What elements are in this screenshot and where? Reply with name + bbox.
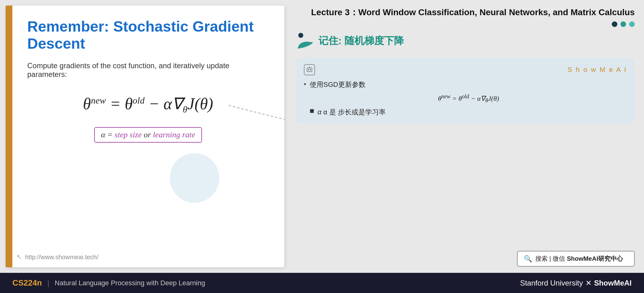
bullet-square bbox=[310, 109, 314, 113]
svg-rect-3 bbox=[307, 68, 312, 72]
note-body: • 使用SGD更新参数 θnew = θold − α∇θJ(θ) α α 是 … bbox=[304, 80, 627, 117]
content-area: Remember: Stochastic Gradient Descent Co… bbox=[0, 0, 644, 273]
bottom-bar: CS224n | Natural Language Processing wit… bbox=[0, 273, 644, 293]
formula-container: θnew = θold − α∇θJ(θ) bbox=[27, 94, 269, 115]
annotation-text: α = step size or learning rate bbox=[101, 130, 195, 139]
step-size-text: step size bbox=[115, 130, 142, 139]
slide-panel: Remember: Stochastic Gradient Descent Co… bbox=[6, 6, 284, 267]
search-row: 🔍 搜索 | 微信 ShowMeAI研究中心 bbox=[296, 251, 635, 270]
bullet-dot: • bbox=[304, 81, 306, 88]
svg-point-5 bbox=[310, 69, 311, 70]
dot-teal bbox=[620, 21, 626, 27]
slide-content: Remember: Stochastic Gradient Descent Co… bbox=[15, 6, 284, 267]
search-icon: 🔍 bbox=[524, 255, 532, 263]
note-card: S h o w M e A I • 使用SGD更新参数 θnew = θold … bbox=[296, 58, 635, 123]
dot-light-teal bbox=[629, 21, 635, 27]
course-name: Natural Language Processing with Deep Le… bbox=[55, 279, 205, 287]
bullet-text-1: 使用SGD更新参数 bbox=[310, 80, 366, 89]
separator: | bbox=[47, 278, 49, 288]
robot-icon bbox=[306, 66, 313, 73]
main-formula: θnew = θold − α∇θJ(θ) bbox=[83, 94, 213, 115]
search-bar[interactable]: 🔍 搜索 | 微信 ShowMeAI研究中心 bbox=[517, 251, 635, 267]
dot-dark bbox=[612, 21, 617, 27]
slide-left-bar bbox=[6, 6, 12, 267]
highlight-circle bbox=[170, 153, 219, 203]
showmeai-brand: S h o w M e A I bbox=[567, 66, 627, 74]
note-sub-bullet: α α 是 步长或是学习率 bbox=[310, 108, 627, 117]
note-formula: θnew = θold − α∇θJ(θ) bbox=[310, 93, 627, 104]
slide-footer: ↖ http://www.showmeai.tech/ bbox=[16, 253, 99, 261]
right-panel: Lecture 3：Word Window Classification, Ne… bbox=[290, 0, 644, 273]
svg-point-4 bbox=[308, 69, 309, 70]
chinese-title-row: 记住: 随机梯度下降 bbox=[296, 32, 635, 50]
svg-point-2 bbox=[298, 33, 303, 38]
slide-subtitle: Compute gradients of the cost function, … bbox=[27, 61, 269, 79]
note-header: S h o w M e A I bbox=[304, 64, 627, 75]
search-bold-text: ShowMeAI研究中心 bbox=[567, 255, 623, 262]
showmeai-bottom: ShowMeAI bbox=[594, 279, 632, 287]
main-container: Remember: Stochastic Gradient Descent Co… bbox=[0, 0, 644, 293]
footer-url: http://www.showmeai.tech/ bbox=[25, 254, 99, 261]
slide-title: Remember: Stochastic Gradient Descent bbox=[27, 18, 269, 52]
formula-annotation: α = step size or learning rate bbox=[94, 127, 202, 143]
stanford-text: Stanford University bbox=[520, 279, 583, 287]
course-code: CS224n bbox=[12, 278, 42, 288]
teal-icon bbox=[296, 32, 315, 50]
x-separator: ✕ bbox=[585, 279, 592, 287]
cursor-icon: ↖ bbox=[16, 253, 22, 261]
chinese-title: 记住: 随机梯度下降 bbox=[318, 34, 404, 48]
bottom-right: Stanford University ✕ ShowMeAI bbox=[520, 279, 632, 287]
dots-container bbox=[296, 21, 635, 27]
lecture-title: Lecture 3：Word Window Classification, Ne… bbox=[296, 6, 635, 18]
sub-bullet-text: α α 是 步长或是学习率 bbox=[318, 108, 386, 117]
note-icon bbox=[304, 64, 315, 75]
search-text: 搜索 | 微信 ShowMeAI研究中心 bbox=[535, 255, 623, 263]
svg-point-7 bbox=[309, 66, 310, 67]
learning-rate-text: learning rate bbox=[153, 130, 195, 139]
note-bullet-1: • 使用SGD更新参数 bbox=[304, 80, 627, 89]
